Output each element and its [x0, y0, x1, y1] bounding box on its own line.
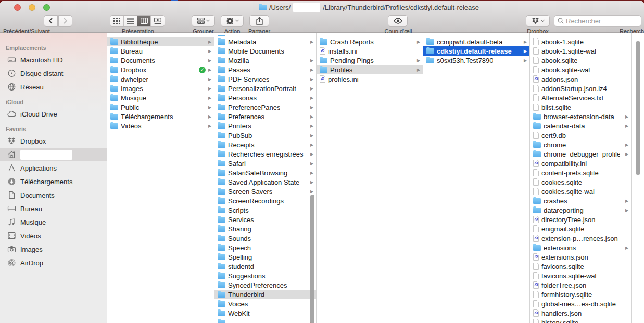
sidebar-item-vid-os[interactable]: Vidéos — [0, 229, 107, 242]
file-row-enigmail-sqlite[interactable]: enigmail.sqlite — [530, 224, 631, 234]
close-button[interactable] — [14, 4, 21, 11]
folder-row-images[interactable]: Images▶ — [107, 84, 214, 93]
file-row-history-sqlite[interactable]: history.sqlite — [530, 318, 631, 323]
file-row-abook-sqlite[interactable]: abook.sqlite — [530, 56, 631, 65]
folder-row-pubsub[interactable]: PubSub▶ — [214, 131, 316, 140]
sidebar-item-r-seau[interactable]: Réseau — [0, 80, 107, 94]
file-row-extension-p-rences-json[interactable]: extension-p…rences.json — [530, 234, 631, 243]
file-row-blist-sqlite[interactable]: blist.sqlite — [530, 102, 631, 112]
folder-row-t-l-chargements[interactable]: Téléchargements▶ — [107, 112, 214, 121]
view-columns-button[interactable] — [137, 16, 151, 26]
folder-row-speech[interactable]: Speech▶ — [214, 243, 316, 252]
file-row-handlers-json[interactable]: handlers.json — [530, 308, 631, 318]
folder-row-services[interactable]: Services▶ — [214, 215, 316, 224]
folder-row-receipts[interactable]: Receipts▶ — [214, 140, 316, 149]
sidebar-item-airdrop[interactable]: AirDrop — [0, 256, 107, 269]
folder-row-personas[interactable]: Personas▶ — [214, 93, 316, 102]
folder-row-vid-os[interactable]: Vidéos▶ — [107, 121, 214, 131]
file-row-directorytree-json[interactable]: directoryTree.json — [530, 215, 631, 224]
folder-row-ccmjqwhf-default-beta[interactable]: ccmjqwhf.default-beta▶ — [423, 37, 529, 46]
file-row-abook-sqlite-wal[interactable]: abook.sqlite-wal — [530, 65, 631, 74]
file-row-addonstartup-json-lz4[interactable]: addonStartup.json.lz4 — [530, 84, 631, 93]
folder-row-datareporting[interactable]: datareporting▶ — [530, 205, 631, 215]
folder-row-mozilla[interactable]: Mozilla▶ — [214, 56, 316, 65]
view-coverflow-button[interactable] — [151, 16, 165, 26]
file-row-addons-json[interactable]: addons.json — [530, 74, 631, 84]
folder-row-preferencepanes[interactable]: PreferencePanes▶ — [214, 102, 316, 112]
folder-row-profiles[interactable]: Profiles▶ — [317, 65, 423, 74]
folder-row-recherches-enregistr-es[interactable]: Recherches enregistrées▶ — [214, 149, 316, 159]
folder-row-saved-application-state[interactable]: Saved Application State▶ — [214, 177, 316, 187]
folder-row-safarisafebrowsing[interactable]: SafariSafeBrowsing▶ — [214, 168, 316, 177]
file-row-formhistory-sqlite[interactable]: formhistory.sqlite — [530, 290, 631, 299]
folder-row-cdkstiyi-default-release[interactable]: cdkstiyi.default-release▶ — [423, 46, 529, 56]
folder-row-spelling[interactable]: Spelling▶ — [214, 252, 316, 262]
sidebar-item-icloud-drive[interactable]: iCloud Drive — [0, 107, 107, 121]
file-row-favicons-sqlite-wal[interactable]: favicons.sqlite-wal — [530, 271, 631, 280]
sidebar-item-musique[interactable]: Musique — [0, 215, 107, 229]
folder-row-browser-extension-data[interactable]: browser-extension-data▶ — [530, 112, 631, 121]
folder-row-mobile-documents[interactable]: Mobile Documents — [214, 46, 316, 56]
file-row-extensions-json[interactable]: extensions.json — [530, 252, 631, 262]
sidebar-item-macintosh-hd[interactable]: Macintosh HD — [0, 53, 107, 67]
scrollbar-thumb[interactable] — [636, 41, 640, 175]
folder-row-dropbox[interactable]: Dropbox✓▶ — [107, 65, 214, 74]
sidebar-item-home[interactable] — [0, 148, 107, 161]
file-row-installs-ini[interactable]: installs.ini — [317, 46, 423, 56]
file-row-compatibility-ini[interactable]: compatibility.ini — [530, 159, 631, 168]
folder-row-sounds[interactable]: Sounds▶ — [214, 234, 316, 243]
view-icons-button[interactable] — [110, 16, 124, 26]
folder-row-crash-reports[interactable]: Crash Reports▶ — [317, 37, 423, 46]
sidebar-item-disque-distant[interactable]: Disque distant — [0, 67, 107, 80]
scrollbar-track[interactable] — [632, 33, 644, 323]
file-row-cookies-sqlite[interactable]: cookies.sqlite — [530, 177, 631, 187]
share-button[interactable] — [249, 15, 269, 27]
folder-row-musique[interactable]: Musique▶ — [107, 93, 214, 102]
sidebar-item-bureau[interactable]: Bureau — [0, 202, 107, 215]
folder-row-safari[interactable]: Safari▶ — [214, 159, 316, 168]
file-row-abook-1-sqlite[interactable]: abook-1.sqlite — [530, 37, 631, 46]
file-row-global-mes-es-db-sqlite[interactable]: global-mes…es-db.sqlite — [530, 299, 631, 308]
folder-row-passes[interactable]: Passes▶ — [214, 65, 316, 74]
folder-row-pending-pings[interactable]: Pending Pings▶ — [317, 56, 423, 65]
column-scrollbar-thumb[interactable] — [310, 195, 314, 323]
folder-row-dwhelper[interactable]: dwhelper▶ — [107, 74, 214, 84]
folder-row-chrome[interactable]: chrome▶ — [530, 140, 631, 149]
file-row-abook-1-sqlite-wal[interactable]: abook-1.sqlite-wal — [530, 46, 631, 56]
search-input[interactable] — [566, 17, 638, 25]
file-row-cookies-sqlite-wal[interactable]: cookies.sqlite-wal — [530, 187, 631, 196]
folder-row-suggestions[interactable]: Suggestions▶ — [214, 271, 316, 280]
folder-row-item[interactable]: ▶ — [214, 318, 316, 323]
folder-row-metadata[interactable]: Metadata▶ — [214, 37, 316, 46]
folder-row-sharing[interactable]: Sharing▶ — [214, 224, 316, 234]
folder-row-bureau[interactable]: Bureau▶ — [107, 46, 214, 56]
folder-row-screen-savers[interactable]: Screen Savers▶ — [214, 187, 316, 196]
folder-row-studentd[interactable]: studentd▶ — [214, 262, 316, 271]
folder-row-personalizationportrait[interactable]: PersonalizationPortrait▶ — [214, 84, 316, 93]
file-row-profiles-ini[interactable]: profiles.ini — [317, 74, 423, 84]
file-row-cert9-db[interactable]: cert9.db — [530, 131, 631, 140]
folder-row-scripts[interactable]: Scripts▶ — [214, 205, 316, 215]
folder-row-pdf-services[interactable]: PDF Services▶ — [214, 74, 316, 84]
folder-row-printers[interactable]: Printers▶ — [214, 121, 316, 131]
folder-row-webkit[interactable]: WebKit▶ — [214, 308, 316, 318]
folder-row-screenrecordings[interactable]: ScreenRecordings▶ — [214, 196, 316, 205]
minimize-button[interactable] — [29, 4, 35, 11]
folder-row-voices[interactable]: Voices▶ — [214, 299, 316, 308]
sidebar-item-documents[interactable]: Documents — [0, 188, 107, 202]
folder-row-preferences[interactable]: Preferences▶ — [214, 112, 316, 121]
action-button[interactable] — [221, 15, 244, 27]
folder-row-extensions[interactable]: extensions▶ — [530, 243, 631, 252]
view-list-button[interactable] — [124, 16, 137, 26]
file-row-content-prefs-sqlite[interactable]: content-prefs.sqlite — [530, 168, 631, 177]
folder-row-thunderbird[interactable]: Thunderbird▶ — [214, 290, 316, 299]
sidebar-item-t-l-chargements[interactable]: Téléchargements — [0, 175, 107, 188]
folder-row-s0sxt53h-test7890[interactable]: s0sxt53h.Test7890▶ — [423, 56, 529, 65]
sidebar-item-images[interactable]: Images — [0, 242, 107, 256]
sidebar-item-dropbox[interactable]: Dropbox — [0, 134, 107, 148]
folder-row-calendar-data[interactable]: calendar-data▶ — [530, 121, 631, 131]
file-row-favicons-sqlite[interactable]: favicons.sqlite — [530, 262, 631, 271]
zoom-button[interactable] — [43, 4, 50, 11]
sidebar-item-applications[interactable]: Applications — [0, 161, 107, 175]
quicklook-button[interactable] — [388, 15, 408, 27]
